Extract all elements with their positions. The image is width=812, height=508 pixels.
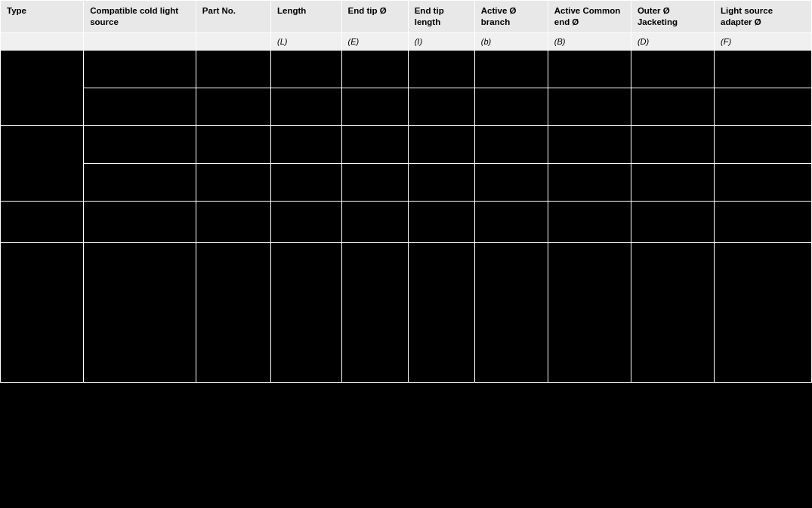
cell-source-2	[84, 88, 196, 126]
cell-source-3	[84, 126, 196, 164]
cell-endtip-l-4	[408, 164, 474, 202]
table-row	[1, 88, 812, 126]
cell-outer-4	[631, 164, 714, 202]
cell-source-4	[84, 164, 196, 202]
cell-lightsrc-4	[715, 164, 812, 202]
cell-active-b-2	[474, 88, 548, 126]
cell-outer-6	[631, 243, 714, 383]
cell-type-1	[1, 51, 84, 126]
table-row	[1, 126, 812, 164]
cell-length-6	[270, 243, 341, 383]
table-row	[1, 164, 812, 202]
sub-endtip-d: (E)	[341, 32, 408, 50]
sub-outer: (D)	[631, 32, 714, 50]
cell-source-6	[84, 243, 196, 383]
sub-partno	[196, 32, 270, 50]
sub-source	[84, 32, 196, 50]
col-header-endtip-l: End tip length	[408, 1, 474, 33]
cell-endtip-l-1	[408, 51, 474, 88]
cell-lightsrc-1	[715, 51, 812, 88]
cell-length-1	[270, 51, 341, 88]
cell-partno-5	[196, 202, 270, 243]
cell-active-b-4	[474, 164, 548, 202]
table-row	[1, 51, 812, 88]
col-header-source: Compatible cold light source	[84, 1, 196, 33]
cell-partno-6	[196, 243, 270, 383]
cell-endtip-l-2	[408, 88, 474, 126]
col-header-active-b: Active Ø branch	[474, 1, 548, 33]
cell-endtip-l-3	[408, 126, 474, 164]
cell-outer-3	[631, 126, 714, 164]
col-header-length: Length	[270, 1, 341, 33]
cell-active-B-5	[548, 202, 631, 243]
cell-endtip-d-5	[341, 202, 408, 243]
cell-active-B-1	[548, 51, 631, 88]
cell-outer-5	[631, 202, 714, 243]
cell-outer-1	[631, 51, 714, 88]
cell-partno-4	[196, 164, 270, 202]
cell-type-5	[1, 202, 84, 243]
sub-endtip-l: (I)	[408, 32, 474, 50]
col-header-active-B: Active Common end Ø	[548, 1, 631, 33]
cell-active-B-2	[548, 88, 631, 126]
header-row: Type Compatible cold light source Part N…	[1, 1, 812, 33]
cell-endtip-l-5	[408, 202, 474, 243]
cell-length-4	[270, 164, 341, 202]
cell-endtip-d-1	[341, 51, 408, 88]
table-row	[1, 243, 812, 383]
cell-source-1	[84, 51, 196, 88]
col-header-partno: Part No.	[196, 1, 270, 33]
sub-active-B: (B)	[548, 32, 631, 50]
cell-lightsrc-6	[715, 243, 812, 383]
cell-endtip-d-4	[341, 164, 408, 202]
cell-lightsrc-3	[715, 126, 812, 164]
cell-active-b-6	[474, 243, 548, 383]
sub-active-b: (b)	[474, 32, 548, 50]
sub-length: (L)	[270, 32, 341, 50]
cell-lightsrc-5	[715, 202, 812, 243]
cell-length-5	[270, 202, 341, 243]
cell-active-B-4	[548, 164, 631, 202]
cell-partno-1	[196, 51, 270, 88]
cell-endtip-d-2	[341, 88, 408, 126]
cell-lightsrc-2	[715, 88, 812, 126]
cell-length-2	[270, 88, 341, 126]
col-header-endtip-d: End tip Ø	[341, 1, 408, 33]
table-row	[1, 202, 812, 243]
cell-endtip-l-6	[408, 243, 474, 383]
cell-active-b-1	[474, 51, 548, 88]
cell-active-B-3	[548, 126, 631, 164]
col-header-type: Type	[1, 1, 84, 33]
cell-partno-3	[196, 126, 270, 164]
cell-outer-2	[631, 88, 714, 126]
col-header-outer: Outer Ø Jacketing	[631, 1, 714, 33]
data-table: Type Compatible cold light source Part N…	[0, 0, 812, 383]
cell-endtip-d-3	[341, 126, 408, 164]
cell-partno-2	[196, 88, 270, 126]
cell-active-b-5	[474, 202, 548, 243]
col-header-lightsrc: Light source adapter Ø	[715, 1, 812, 33]
sub-lightsrc: (F)	[715, 32, 812, 50]
subheader-row: (L) (E) (I) (b) (B) (D) (F)	[1, 32, 812, 50]
cell-active-B-6	[548, 243, 631, 383]
cell-type-3	[1, 126, 84, 202]
cell-source-5	[84, 202, 196, 243]
cell-length-3	[270, 126, 341, 164]
cell-active-b-3	[474, 126, 548, 164]
table-wrapper: Type Compatible cold light source Part N…	[0, 0, 812, 383]
sub-type	[1, 32, 84, 50]
cell-type-6	[1, 243, 84, 383]
cell-endtip-d-6	[341, 243, 408, 383]
